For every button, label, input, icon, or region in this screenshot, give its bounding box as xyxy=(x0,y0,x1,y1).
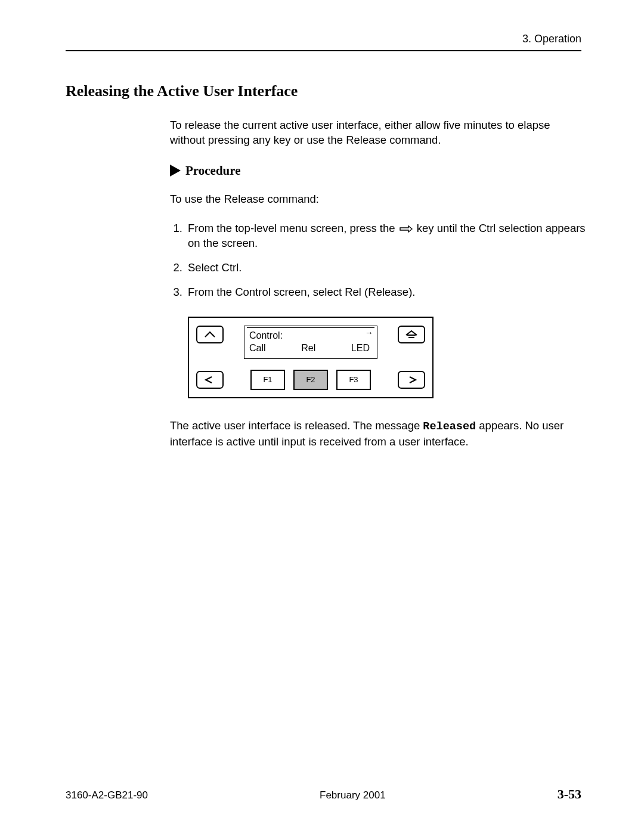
result-paragraph: The active user interface is released. T… xyxy=(170,419,587,450)
lcd-opt-led: LED xyxy=(351,342,370,355)
step-1: From the top-level menu screen, press th… xyxy=(185,221,587,251)
step-1-text-a: From the top-level menu screen, press th… xyxy=(188,222,398,234)
body-column: To release the current active user inter… xyxy=(170,118,587,450)
f1-key: F1 xyxy=(250,370,285,390)
f3-key: F3 xyxy=(336,370,371,390)
page: 3. Operation Releasing the Active User I… xyxy=(0,0,644,833)
intro-paragraph: To release the current active user inter… xyxy=(170,118,587,148)
panel-top-row: → Control: Call Rel LED xyxy=(196,326,425,359)
lcd-line-1: Control: xyxy=(249,330,372,342)
lcd-right-arrow-icon: → xyxy=(365,327,373,338)
procedure-label: Procedure xyxy=(185,162,241,179)
footer-page-number: 3-53 xyxy=(558,786,581,802)
f2-key: F2 xyxy=(293,370,328,390)
result-text-a: The active user interface is released. T… xyxy=(170,419,423,432)
running-header: 3. Operation xyxy=(66,33,581,50)
section-title: Releasing the Active User Interface xyxy=(66,82,581,100)
left-key-icon xyxy=(196,371,224,389)
device-panel-diagram: → Control: Call Rel LED xyxy=(188,317,434,398)
footer-doc-number: 3160-A2-GB21-90 xyxy=(66,789,148,801)
up-key-icon xyxy=(196,326,224,343)
step-3: From the Control screen, select Rel (Rel… xyxy=(185,285,587,300)
play-triangle-icon xyxy=(170,165,181,176)
fkey-group: F1 F2 F3 xyxy=(250,370,371,390)
result-code: Released xyxy=(423,420,476,433)
lcd-opt-call: Call xyxy=(249,342,266,355)
procedure-intro: To use the Release command: xyxy=(170,192,587,207)
page-footer: 3160-A2-GB21-90 February 2001 3-53 xyxy=(66,786,581,802)
procedure-steps: From the top-level menu screen, press th… xyxy=(170,221,587,300)
lcd-opt-rel: Rel xyxy=(301,342,315,355)
panel-bottom-row: F1 F2 F3 xyxy=(196,370,425,390)
home-key-icon xyxy=(398,326,425,343)
procedure-heading: Procedure xyxy=(170,162,587,179)
svg-marker-0 xyxy=(400,226,412,232)
lcd-line-2: Call Rel LED xyxy=(249,342,372,355)
footer-date: February 2001 xyxy=(320,789,386,801)
right-nav-key-icon xyxy=(398,371,425,389)
header-rule xyxy=(66,50,581,51)
step-2: Select Ctrl. xyxy=(185,261,587,275)
lcd-screen: → Control: Call Rel LED xyxy=(244,326,377,359)
right-key-icon xyxy=(400,225,413,233)
